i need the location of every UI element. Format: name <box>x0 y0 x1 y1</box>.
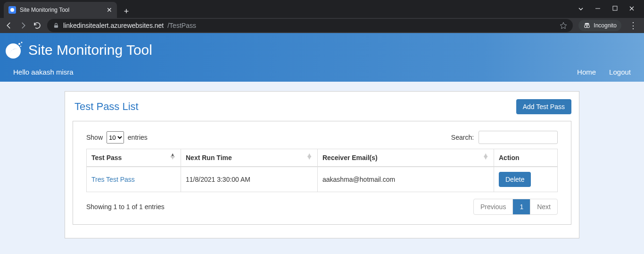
chevron-down-icon[interactable] <box>576 6 586 12</box>
app-brand[interactable]: Site Monitoring Tool <box>0 40 644 64</box>
address-bar[interactable]: linkedinsitealert.azurewebsites.net/Test… <box>47 19 573 32</box>
pager-page-1[interactable]: 1 <box>512 199 530 214</box>
pagination: Previous 1 Next <box>473 199 558 215</box>
lock-icon <box>53 22 59 29</box>
svg-rect-4 <box>54 25 58 27</box>
tab-title: Site Monitoring Tool <box>20 7 103 13</box>
length-select[interactable]: 10 <box>107 131 124 144</box>
incognito-label: Incognito <box>594 22 617 29</box>
incognito-badge[interactable]: Incognito <box>578 20 621 31</box>
maximize-icon[interactable] <box>610 6 619 12</box>
search-input[interactable] <box>479 131 558 144</box>
favicon <box>8 6 16 14</box>
svg-point-1 <box>10 8 14 12</box>
new-tab-button[interactable]: + <box>120 5 133 18</box>
col-next-run[interactable]: Next Run Time▲▼ <box>181 149 318 167</box>
svg-point-7 <box>6 43 21 59</box>
navbar: Hello aakash misra Home Logout <box>0 64 644 82</box>
greeting-text: Hello aakash misra <box>13 68 74 76</box>
col-receiver[interactable]: Receiver Email(s)▲▼ <box>318 149 494 167</box>
length-prefix: Show <box>86 134 103 141</box>
length-suffix: entries <box>128 134 148 141</box>
test-pass-link[interactable]: Tres Test Pass <box>91 176 135 183</box>
star-icon[interactable] <box>560 22 567 29</box>
table-info: Showing 1 to 1 of 1 entries <box>86 203 165 211</box>
logo-icon <box>3 40 24 60</box>
back-icon[interactable] <box>5 21 13 30</box>
pager-next[interactable]: Next <box>530 199 557 214</box>
length-control: Show 10 entries <box>86 131 148 144</box>
sort-icon: ▲▼ <box>482 154 489 159</box>
forward-icon[interactable] <box>19 21 27 30</box>
svg-point-6 <box>587 25 589 27</box>
close-window-icon[interactable] <box>627 6 636 12</box>
test-pass-table: Test Pass▲▼ Next Run Time▲▼ Receiver Ema… <box>86 149 558 192</box>
col-action: Action <box>494 149 558 167</box>
cell-receiver: aakashma@hotmail.com <box>318 167 494 192</box>
app-header: Site Monitoring Tool Hello aakash misra … <box>0 33 644 82</box>
close-tab-icon[interactable]: ✕ <box>107 7 112 13</box>
page-title: Test Pass List <box>74 101 139 113</box>
nav-logout[interactable]: Logout <box>609 68 631 76</box>
svg-rect-3 <box>613 6 617 10</box>
browser-tab[interactable]: Site Monitoring Tool ✕ <box>4 2 117 18</box>
menu-icon[interactable]: ⋮ <box>627 20 639 31</box>
reload-icon[interactable] <box>33 21 41 30</box>
pager-previous[interactable]: Previous <box>474 199 512 214</box>
sort-icon: ▲▼ <box>306 154 313 159</box>
add-test-pass-button[interactable]: Add Test Pass <box>516 99 571 114</box>
app-title: Site Monitoring Tool <box>28 42 152 58</box>
table-row: Tres Test Pass 11/8/2021 3:30:00 AM aaka… <box>87 167 558 192</box>
search-label: Search: <box>451 134 474 141</box>
url-host: linkedinsitealert.azurewebsites.net <box>63 22 164 29</box>
window-controls <box>576 6 640 12</box>
cell-next-run: 11/8/2021 3:30:00 AM <box>181 167 318 192</box>
svg-point-5 <box>585 25 587 27</box>
col-test-pass[interactable]: Test Pass▲▼ <box>87 149 181 167</box>
svg-point-9 <box>21 42 23 43</box>
incognito-icon <box>583 22 591 29</box>
browser-tab-strip: Site Monitoring Tool ✕ + <box>0 0 644 18</box>
svg-point-10 <box>20 46 21 47</box>
nav-home[interactable]: Home <box>577 68 596 76</box>
browser-toolbar: linkedinsitealert.azurewebsites.net/Test… <box>0 18 644 33</box>
delete-button[interactable]: Delete <box>499 172 531 187</box>
data-table-wrapper: Show 10 entries Search: Test Pass▲▼ Next… <box>73 121 571 225</box>
panel: Test Pass List Add Test Pass Show 10 ent… <box>65 91 579 238</box>
sort-icon: ▲▼ <box>169 154 176 159</box>
page-body: Test Pass List Add Test Pass Show 10 ent… <box>0 82 644 254</box>
svg-point-8 <box>18 43 20 45</box>
minimize-icon[interactable] <box>593 6 603 12</box>
url-path: /TestPass <box>167 22 196 29</box>
search-control: Search: <box>451 131 558 144</box>
